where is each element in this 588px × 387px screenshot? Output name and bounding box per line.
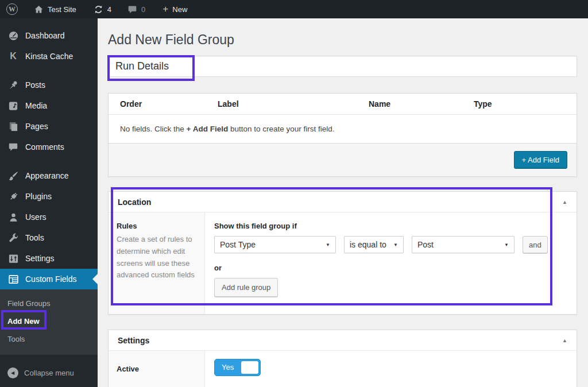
plug-icon bbox=[7, 191, 19, 202]
no-fields-text: No fields. Click the bbox=[120, 125, 187, 133]
dropdown-caret-icon: ▼ bbox=[504, 242, 509, 247]
brush-icon bbox=[7, 170, 19, 181]
active-toggle[interactable]: Yes bbox=[214, 359, 261, 376]
location-rule-row: Post Type ▼ is equal to ▼ Post ▼ and bbox=[214, 236, 567, 253]
collapse-menu-button[interactable]: ◀ Collapse menu bbox=[0, 363, 98, 382]
sidebar-item-tools[interactable]: Tools bbox=[0, 227, 98, 248]
media-icon bbox=[7, 100, 19, 111]
menu-separator bbox=[0, 67, 98, 75]
page-title: Add New Field Group bbox=[108, 32, 588, 48]
collapse-menu-label: Collapse menu bbox=[24, 369, 74, 377]
no-fields-bold-text: + Add Field bbox=[187, 125, 229, 133]
toggle-knob bbox=[241, 361, 258, 374]
sidebar-item-settings[interactable]: Settings bbox=[0, 248, 98, 269]
fields-table-panel: Order Label Name Type No fields. Click t… bbox=[108, 93, 577, 177]
sidebar-item-media[interactable]: Media bbox=[0, 95, 98, 116]
and-rule-button[interactable]: and bbox=[523, 236, 548, 253]
home-icon bbox=[34, 5, 44, 14]
sidebar-item-users[interactable]: Users bbox=[0, 207, 98, 227]
panel-collapse-icon[interactable]: ▲ bbox=[562, 199, 567, 205]
settings-panel-title: Settings bbox=[118, 336, 149, 345]
wordpress-menu[interactable]: W bbox=[0, 0, 24, 18]
fields-table-footer: + Add Field bbox=[109, 143, 577, 176]
sidebar-item-label: Pages bbox=[25, 122, 48, 131]
table-icon bbox=[7, 273, 19, 285]
collapse-arrow-icon: ◀ bbox=[7, 367, 18, 378]
column-header-type: Type bbox=[462, 99, 577, 109]
active-setting-row: Active Yes bbox=[109, 351, 577, 387]
toggle-on-label: Yes bbox=[222, 359, 234, 376]
sliders-icon bbox=[7, 253, 19, 264]
comments-count: 0 bbox=[141, 5, 145, 14]
comments-link[interactable]: 0 bbox=[121, 0, 152, 18]
admin-bar: W Test Site 4 0 + New bbox=[0, 0, 588, 18]
sidebar-item-label: Dashboard bbox=[25, 31, 65, 40]
sidebar-item-label: Users bbox=[25, 212, 47, 222]
updates-count: 4 bbox=[107, 5, 111, 14]
or-label: or bbox=[214, 264, 567, 272]
site-name-label: Test Site bbox=[48, 5, 76, 14]
wrench-icon bbox=[7, 232, 19, 243]
sidebar-item-label: Appearance bbox=[25, 171, 69, 180]
admin-sidebar: Dashboard K Kinsta Cache Posts Media Pag… bbox=[0, 18, 98, 387]
sidebar-item-plugins[interactable]: Plugins bbox=[0, 186, 98, 207]
sidebar-item-label: Comments bbox=[25, 142, 64, 152]
user-icon bbox=[7, 211, 19, 223]
sidebar-item-dashboard[interactable]: Dashboard bbox=[0, 25, 98, 46]
sidebar-item-pages[interactable]: Pages bbox=[0, 116, 98, 137]
new-content-link[interactable]: + New bbox=[156, 0, 194, 18]
wordpress-logo-icon: W bbox=[6, 3, 18, 15]
plus-icon: + bbox=[163, 4, 168, 14]
settings-panel: Settings ▲ Active Yes bbox=[108, 330, 577, 387]
sidebar-item-label: Posts bbox=[25, 80, 45, 90]
fields-table-header: Order Label Name Type bbox=[109, 94, 577, 115]
rule-operator-select[interactable]: is equal to ▼ bbox=[344, 236, 404, 253]
column-header-order: Order bbox=[109, 99, 206, 109]
menu-separator bbox=[0, 157, 98, 165]
rule-value-select[interactable]: Post ▼ bbox=[412, 236, 514, 253]
panel-collapse-icon[interactable]: ▲ bbox=[562, 338, 567, 343]
rule-param-value: Post Type bbox=[220, 240, 256, 249]
no-fields-text: button to create your first field. bbox=[228, 125, 334, 133]
new-label: New bbox=[172, 5, 187, 14]
submenu-item-add-new[interactable]: Add New bbox=[0, 312, 98, 330]
add-field-button[interactable]: + Add Field bbox=[514, 151, 567, 169]
add-rule-group-button[interactable]: Add rule group bbox=[214, 278, 278, 297]
field-group-title-input[interactable] bbox=[108, 56, 577, 77]
updates-link[interactable]: 4 bbox=[87, 0, 118, 18]
location-rules-label-column: Rules Create a set of rules to determine… bbox=[109, 212, 205, 314]
sidebar-item-label: Settings bbox=[25, 254, 55, 263]
sidebar-item-posts[interactable]: Posts bbox=[0, 75, 98, 95]
updates-icon bbox=[94, 5, 103, 14]
sidebar-item-custom-fields[interactable]: Custom Fields bbox=[0, 269, 98, 289]
rule-param-select[interactable]: Post Type ▼ bbox=[214, 236, 336, 253]
pushpin-icon bbox=[7, 79, 19, 91]
submenu-item-field-groups[interactable]: Field Groups bbox=[0, 295, 98, 312]
sidebar-item-appearance[interactable]: Appearance bbox=[0, 165, 98, 186]
sidebar-item-label: Plugins bbox=[25, 192, 52, 201]
kinsta-icon: K bbox=[7, 51, 19, 62]
pages-icon bbox=[7, 121, 19, 132]
rule-value-value: Post bbox=[417, 240, 434, 249]
show-if-label: Show this field group if bbox=[214, 222, 567, 230]
sidebar-item-kinsta-cache[interactable]: K Kinsta Cache bbox=[0, 46, 98, 67]
column-header-label: Label bbox=[206, 99, 357, 109]
sidebar-item-label: Media bbox=[25, 101, 47, 110]
dashboard-icon bbox=[7, 30, 19, 41]
sidebar-item-comments[interactable]: Comments bbox=[0, 137, 98, 157]
location-panel-title: Location bbox=[118, 198, 151, 207]
comment-icon bbox=[7, 141, 19, 153]
dropdown-caret-icon: ▼ bbox=[326, 242, 330, 247]
column-header-name: Name bbox=[357, 99, 462, 109]
custom-fields-submenu: Field Groups Add New Tools bbox=[0, 289, 98, 355]
rules-label: Rules bbox=[117, 222, 196, 230]
active-label: Active bbox=[117, 365, 196, 373]
submenu-item-tools[interactable]: Tools bbox=[0, 330, 98, 348]
no-fields-message: No fields. Click the + Add Field button … bbox=[109, 115, 577, 143]
rules-description: Create a set of rules to determine which… bbox=[117, 234, 196, 281]
site-name-link[interactable]: Test Site bbox=[28, 0, 83, 18]
comment-bubble-icon bbox=[127, 5, 137, 14]
main-content: Add New Field Group Order Label Name Typ… bbox=[98, 18, 588, 387]
dropdown-caret-icon: ▼ bbox=[393, 242, 398, 247]
sidebar-item-label: Custom Fields bbox=[25, 274, 76, 284]
